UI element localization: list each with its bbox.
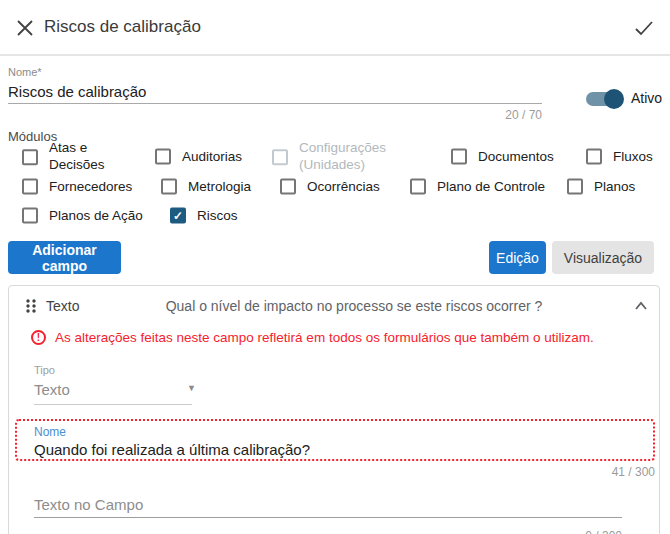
module-checkbox-atas-e-decisoes[interactable]: Atas e Decisões <box>22 140 105 174</box>
texto-no-campo-input[interactable]: Texto no Campo <box>34 496 143 513</box>
module-checkbox-plano-de-controle[interactable]: Plano de Controle <box>410 179 545 196</box>
nome-field-input[interactable]: Quando foi realizada a última calibração… <box>34 441 310 458</box>
checkbox-icon <box>161 179 177 195</box>
module-checkbox-label: Planos de Ação <box>49 208 143 225</box>
checkbox-icon <box>567 179 583 195</box>
edit-mode-button[interactable]: Edição <box>489 241 546 274</box>
toggle-thumb <box>604 89 624 109</box>
active-toggle[interactable] <box>584 91 624 107</box>
drag-dots-glyph <box>25 298 37 314</box>
add-field-button[interactable]: Adicionar campo <box>8 241 121 274</box>
tipo-select-value[interactable]: Texto <box>34 381 70 398</box>
checkbox-icon <box>22 179 38 195</box>
module-checkbox-label: Fluxos <box>613 149 653 166</box>
module-checkbox-auditorias[interactable]: Auditorias <box>155 149 242 166</box>
tipo-select-underline <box>34 404 192 405</box>
checkbox-icon <box>410 179 426 195</box>
checkbox-icon <box>22 208 38 224</box>
field-card: Texto Qual o nível de impacto no process… <box>8 285 660 534</box>
nome-field-counter: 41 / 300 <box>555 465 655 479</box>
module-checkbox-planos[interactable]: Planos <box>567 179 635 196</box>
module-checkbox-label: Fornecedores <box>49 179 132 196</box>
name-field-underline <box>8 103 542 104</box>
module-checkbox-label: Auditorias <box>182 149 242 166</box>
module-checkbox-planos-de-acao[interactable]: Planos de Ação <box>22 208 143 225</box>
module-checkbox-label: Atas e Decisões <box>49 140 105 174</box>
nome-field-label: Nome <box>34 425 66 439</box>
module-checkbox-label: Plano de Controle <box>437 179 545 196</box>
field-warning: ! As alterações feitas neste campo refle… <box>31 330 594 345</box>
check-icon-glyph <box>634 19 654 37</box>
edit-risk-form-dialog: Riscos de calibração Nome* Riscos de cal… <box>0 0 670 534</box>
warning-text: As alterações feitas neste campo refleti… <box>55 330 594 345</box>
name-field-label: Nome* <box>8 66 42 78</box>
module-checkbox-documentos[interactable]: Documentos <box>451 149 554 166</box>
view-mode-button[interactable]: Visualização <box>552 241 654 274</box>
texto-no-campo-underline <box>34 517 622 518</box>
checkbox-icon <box>586 149 602 165</box>
dropdown-arrow-icon: ▼ <box>187 383 196 393</box>
name-field-counter: 20 / 70 <box>442 108 542 122</box>
module-checkbox-label: Metrologia <box>188 179 251 196</box>
texto-no-campo-counter: 0 / 300 <box>522 529 622 534</box>
module-checkbox-configuracoes-unidades[interactable]: Configurações (Unidades) <box>272 140 386 174</box>
active-toggle-label: Ativo <box>631 90 662 106</box>
name-field-input[interactable]: Riscos de calibração <box>8 83 146 100</box>
module-checkbox-metrologia[interactable]: Metrologia <box>161 179 251 196</box>
checkbox-icon <box>451 149 467 165</box>
module-checkbox-label: Riscos <box>197 208 238 225</box>
close-icon[interactable] <box>16 18 36 38</box>
chevron-up-glyph <box>634 301 648 311</box>
checkbox-icon <box>22 149 38 165</box>
collapse-chevron-up-icon[interactable] <box>634 296 654 316</box>
field-type-label: Texto <box>46 298 79 314</box>
module-checkbox-label: Configurações (Unidades) <box>299 140 386 174</box>
checkbox-icon <box>280 179 296 195</box>
module-checkbox-label: Ocorrências <box>307 179 380 196</box>
confirm-icon[interactable] <box>634 18 654 38</box>
drag-handle-icon[interactable] <box>25 298 37 314</box>
checkbox-icon <box>272 149 288 165</box>
module-checkbox-label: Planos <box>594 179 635 196</box>
module-checkbox-fornecedores[interactable]: Fornecedores <box>22 179 132 196</box>
checkbox-icon <box>170 208 186 224</box>
header-divider <box>0 54 670 56</box>
close-icon-glyph <box>16 19 34 37</box>
module-checkbox-riscos[interactable]: Riscos <box>170 208 238 225</box>
warning-icon: ! <box>31 330 46 345</box>
checkbox-icon <box>155 149 171 165</box>
tipo-select-label: Tipo <box>34 364 55 376</box>
page-title: Riscos de calibração <box>44 17 201 37</box>
module-checkbox-ocorrencias[interactable]: Ocorrências <box>280 179 380 196</box>
module-checkbox-fluxos[interactable]: Fluxos <box>586 149 653 166</box>
field-question-text: Qual o nível de impacto no processo se e… <box>159 298 549 314</box>
module-checkbox-label: Documentos <box>478 149 554 166</box>
